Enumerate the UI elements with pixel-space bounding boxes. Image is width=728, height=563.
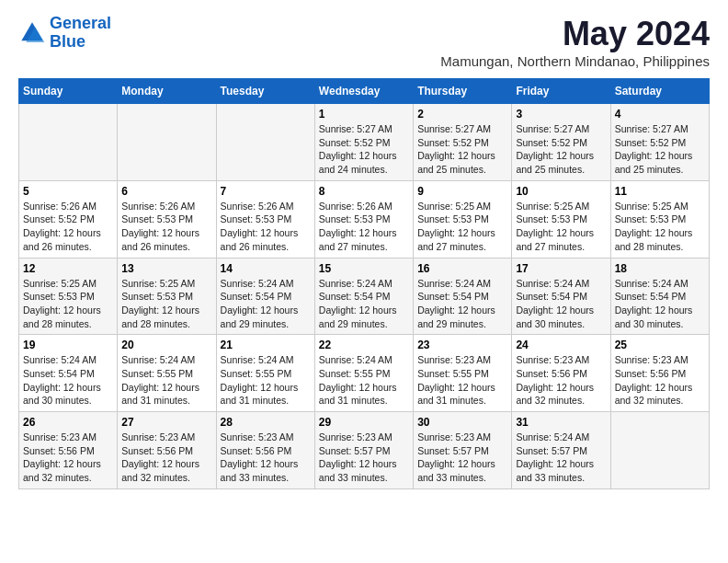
week-row-3: 12Sunrise: 5:25 AM Sunset: 5:53 PM Dayli… [19, 258, 710, 335]
calendar-cell: 12Sunrise: 5:25 AM Sunset: 5:53 PM Dayli… [19, 258, 118, 335]
header-day-tuesday: Tuesday [216, 79, 314, 104]
day-info: Sunrise: 5:23 AM Sunset: 5:57 PM Dayligh… [417, 431, 507, 485]
header-day-monday: Monday [118, 79, 216, 104]
calendar-cell: 4Sunrise: 5:27 AM Sunset: 5:52 PM Daylig… [610, 104, 709, 181]
calendar-cell: 13Sunrise: 5:25 AM Sunset: 5:53 PM Dayli… [118, 258, 216, 335]
calendar-cell: 9Sunrise: 5:25 AM Sunset: 5:53 PM Daylig… [414, 180, 512, 258]
day-info: Sunrise: 5:24 AM Sunset: 5:55 PM Dayligh… [319, 353, 409, 408]
header-day-friday: Friday [512, 79, 610, 104]
day-number: 2 [417, 108, 507, 121]
calendar-cell: 14Sunrise: 5:24 AM Sunset: 5:54 PM Dayli… [216, 258, 314, 335]
day-number: 23 [417, 339, 507, 351]
calendar-cell: 10Sunrise: 5:25 AM Sunset: 5:53 PM Dayli… [512, 180, 610, 258]
calendar-cell: 27Sunrise: 5:23 AM Sunset: 5:56 PM Dayli… [118, 412, 216, 489]
day-info: Sunrise: 5:24 AM Sunset: 5:57 PM Dayligh… [516, 431, 606, 485]
day-number: 18 [615, 262, 705, 275]
calendar-cell: 24Sunrise: 5:23 AM Sunset: 5:56 PM Dayli… [512, 335, 610, 412]
header: General Blue May 2024 Mamungan, Northern… [18, 15, 710, 69]
calendar-cell: 20Sunrise: 5:24 AM Sunset: 5:55 PM Dayli… [118, 335, 216, 412]
day-number: 4 [615, 108, 705, 121]
calendar-cell: 30Sunrise: 5:23 AM Sunset: 5:57 PM Dayli… [414, 412, 512, 489]
day-number: 24 [516, 339, 606, 351]
day-info: Sunrise: 5:26 AM Sunset: 5:53 PM Dayligh… [319, 200, 409, 254]
day-info: Sunrise: 5:24 AM Sunset: 5:54 PM Dayligh… [319, 277, 409, 331]
week-row-2: 5Sunrise: 5:26 AM Sunset: 5:52 PM Daylig… [19, 180, 710, 258]
day-info: Sunrise: 5:25 AM Sunset: 5:53 PM Dayligh… [121, 277, 211, 331]
day-info: Sunrise: 5:25 AM Sunset: 5:53 PM Dayligh… [417, 200, 507, 254]
day-number: 25 [615, 339, 705, 351]
day-number: 13 [121, 262, 211, 275]
header-row: SundayMondayTuesdayWednesdayThursdayFrid… [19, 79, 710, 104]
day-info: Sunrise: 5:23 AM Sunset: 5:56 PM Dayligh… [23, 431, 113, 485]
calendar-cell [19, 104, 118, 181]
day-info: Sunrise: 5:25 AM Sunset: 5:53 PM Dayligh… [516, 200, 606, 254]
day-info: Sunrise: 5:27 AM Sunset: 5:52 PM Dayligh… [615, 122, 705, 177]
day-number: 22 [319, 339, 409, 351]
week-row-5: 26Sunrise: 5:23 AM Sunset: 5:56 PM Dayli… [19, 412, 710, 489]
day-number: 9 [417, 185, 507, 198]
calendar-cell: 8Sunrise: 5:26 AM Sunset: 5:53 PM Daylig… [314, 180, 413, 258]
day-info: Sunrise: 5:24 AM Sunset: 5:54 PM Dayligh… [516, 277, 606, 331]
day-number: 21 [221, 339, 311, 351]
logo-text: General Blue [50, 15, 111, 52]
calendar-cell: 19Sunrise: 5:24 AM Sunset: 5:54 PM Dayli… [19, 335, 118, 412]
day-info: Sunrise: 5:24 AM Sunset: 5:55 PM Dayligh… [221, 353, 311, 408]
day-number: 1 [319, 108, 409, 121]
calendar-cell [610, 412, 709, 489]
day-number: 28 [221, 416, 311, 429]
week-row-1: 1Sunrise: 5:27 AM Sunset: 5:52 PM Daylig… [19, 104, 710, 181]
logo: General Blue [18, 15, 111, 52]
day-info: Sunrise: 5:24 AM Sunset: 5:54 PM Dayligh… [221, 277, 311, 331]
header-day-thursday: Thursday [414, 79, 512, 104]
day-number: 30 [417, 416, 507, 429]
calendar-cell: 23Sunrise: 5:23 AM Sunset: 5:55 PM Dayli… [414, 335, 512, 412]
day-info: Sunrise: 5:23 AM Sunset: 5:56 PM Dayligh… [615, 353, 705, 408]
header-day-wednesday: Wednesday [314, 79, 413, 104]
day-number: 29 [319, 416, 409, 429]
logo-line1: General [50, 14, 111, 32]
day-number: 16 [417, 262, 507, 275]
calendar-cell: 26Sunrise: 5:23 AM Sunset: 5:56 PM Dayli… [19, 412, 118, 489]
day-number: 8 [319, 185, 409, 198]
calendar-cell: 18Sunrise: 5:24 AM Sunset: 5:54 PM Dayli… [610, 258, 709, 335]
day-number: 19 [23, 339, 113, 351]
day-number: 12 [23, 262, 113, 275]
day-info: Sunrise: 5:23 AM Sunset: 5:57 PM Dayligh… [319, 431, 409, 485]
day-number: 31 [516, 416, 606, 429]
day-info: Sunrise: 5:26 AM Sunset: 5:53 PM Dayligh… [121, 200, 211, 254]
logo-icon [18, 19, 46, 47]
title-area: May 2024 Mamungan, Northern Mindanao, Ph… [440, 15, 710, 69]
month-title: May 2024 [440, 15, 710, 53]
calendar-cell: 22Sunrise: 5:24 AM Sunset: 5:55 PM Dayli… [314, 335, 413, 412]
day-number: 20 [121, 339, 211, 351]
calendar-cell: 31Sunrise: 5:24 AM Sunset: 5:57 PM Dayli… [512, 412, 610, 489]
calendar-cell: 2Sunrise: 5:27 AM Sunset: 5:52 PM Daylig… [414, 104, 512, 181]
day-number: 10 [516, 185, 606, 198]
calendar-cell: 25Sunrise: 5:23 AM Sunset: 5:56 PM Dayli… [610, 335, 709, 412]
calendar-cell [118, 104, 216, 181]
calendar-cell: 28Sunrise: 5:23 AM Sunset: 5:56 PM Dayli… [216, 412, 314, 489]
week-row-4: 19Sunrise: 5:24 AM Sunset: 5:54 PM Dayli… [19, 335, 710, 412]
calendar-cell: 3Sunrise: 5:27 AM Sunset: 5:52 PM Daylig… [512, 104, 610, 181]
calendar-cell: 11Sunrise: 5:25 AM Sunset: 5:53 PM Dayli… [610, 180, 709, 258]
calendar-cell: 17Sunrise: 5:24 AM Sunset: 5:54 PM Dayli… [512, 258, 610, 335]
calendar-cell [216, 104, 314, 181]
calendar-cell: 1Sunrise: 5:27 AM Sunset: 5:52 PM Daylig… [314, 104, 413, 181]
day-number: 26 [23, 416, 113, 429]
day-info: Sunrise: 5:27 AM Sunset: 5:52 PM Dayligh… [319, 122, 409, 177]
day-number: 5 [23, 185, 113, 198]
day-number: 15 [319, 262, 409, 275]
day-info: Sunrise: 5:23 AM Sunset: 5:56 PM Dayligh… [221, 431, 311, 485]
day-info: Sunrise: 5:23 AM Sunset: 5:55 PM Dayligh… [417, 353, 507, 408]
day-info: Sunrise: 5:23 AM Sunset: 5:56 PM Dayligh… [121, 431, 211, 485]
day-info: Sunrise: 5:24 AM Sunset: 5:54 PM Dayligh… [23, 353, 113, 408]
day-info: Sunrise: 5:27 AM Sunset: 5:52 PM Dayligh… [417, 122, 507, 177]
calendar-cell: 15Sunrise: 5:24 AM Sunset: 5:54 PM Dayli… [314, 258, 413, 335]
day-info: Sunrise: 5:26 AM Sunset: 5:53 PM Dayligh… [221, 200, 311, 254]
calendar-cell: 21Sunrise: 5:24 AM Sunset: 5:55 PM Dayli… [216, 335, 314, 412]
day-info: Sunrise: 5:24 AM Sunset: 5:54 PM Dayligh… [417, 277, 507, 331]
day-number: 11 [615, 185, 705, 198]
day-info: Sunrise: 5:25 AM Sunset: 5:53 PM Dayligh… [23, 277, 113, 331]
header-day-sunday: Sunday [19, 79, 118, 104]
day-number: 14 [221, 262, 311, 275]
